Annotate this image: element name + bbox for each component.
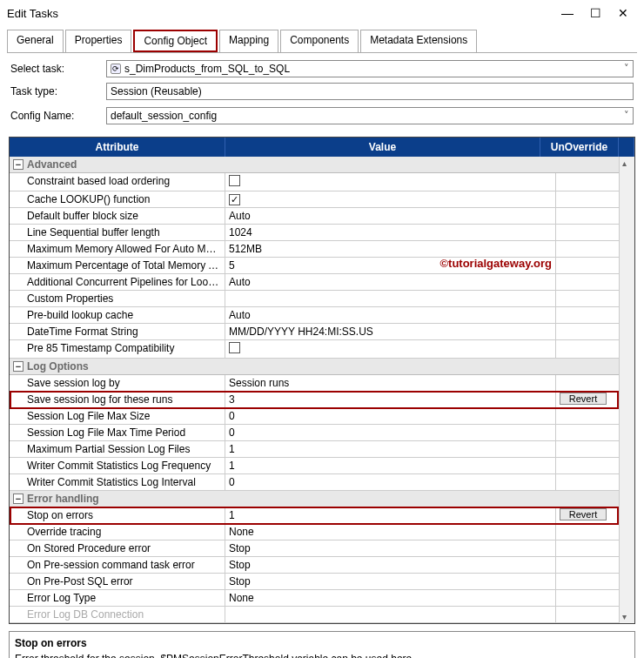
value-cell[interactable]: 5 [225, 258, 556, 273]
table-row[interactable]: Writer Commit Statistics Log Interval0 [10, 474, 634, 491]
title-bar: Edit Tasks — ☐ ✕ [0, 0, 644, 26]
value-cell[interactable]: None [225, 590, 556, 606]
vertical-scrollbar[interactable] [619, 157, 634, 623]
table-row[interactable]: Pre 85 Timestamp Compatibility [10, 340, 634, 359]
value-cell[interactable]: ✓ [225, 191, 556, 207]
value-cell[interactable]: 1 [225, 507, 556, 523]
collapse-icon[interactable]: − [13, 361, 23, 372]
tab-properties[interactable]: Properties [65, 30, 132, 52]
value-cell[interactable]: Auto [225, 208, 556, 224]
table-row[interactable]: Override tracingNone [10, 524, 634, 540]
table-row[interactable]: Maximum Memory Allowed For Auto Memory A… [10, 241, 634, 258]
tab-metadata-extensions[interactable]: Metadata Extensions [360, 30, 477, 52]
attr-cell: On Pre-session command task error [10, 557, 225, 573]
table-row[interactable]: Session Log File Max Size0 [10, 408, 634, 425]
form-area: Select task: ⟳ s_DimProducts_from_SQL_to… [0, 53, 644, 137]
group-header[interactable]: −Advanced [10, 157, 634, 173]
value-cell[interactable]: Auto [225, 274, 556, 290]
attr-cell: Maximum Percentage of Total Memory Allow… [10, 258, 225, 273]
attr-cell: Pre 85 Timestamp Compatibility [10, 340, 225, 358]
checkbox-icon[interactable] [229, 342, 240, 353]
table-row[interactable]: Stop on errors1Revert [10, 507, 634, 524]
value-cell[interactable] [225, 607, 556, 622]
table-header: Attribute Value UnOverride [10, 138, 634, 157]
value-cell[interactable]: 0 [225, 425, 556, 440]
table-row[interactable]: Pre-build lookup cacheAuto [10, 307, 634, 324]
select-task-value: s_DimProducts_from_SQL_to_SQL [124, 63, 290, 75]
value-cell[interactable]: None [225, 524, 556, 540]
close-button[interactable]: ✕ [609, 4, 637, 22]
table-row[interactable]: On Stored Procedure errorStop [10, 540, 634, 557]
revert-button[interactable]: Revert [560, 393, 607, 405]
table-row[interactable]: Error Log DB Connection [10, 607, 634, 623]
description-title: Stop on errors [15, 637, 629, 649]
attr-cell: Save session log for these runs [10, 392, 225, 407]
table-row[interactable]: DateTime Format StringMM/DD/YYYY HH24:MI… [10, 324, 634, 340]
attr-cell: Save session log by [10, 375, 225, 391]
table-row[interactable]: Error Log TypeNone [10, 590, 634, 607]
value-cell[interactable]: Session runs [225, 375, 556, 391]
table-row[interactable]: Writer Commit Statistics Log Frequency1 [10, 458, 634, 474]
attr-cell: Additional Concurrent Pipelines for Look… [10, 274, 225, 290]
select-task-label: Select task: [10, 63, 106, 75]
value-cell[interactable]: 1 [225, 441, 556, 457]
table-row[interactable]: Line Sequential buffer length1024 [10, 225, 634, 241]
config-name-label: Config Name: [10, 110, 106, 122]
attr-cell: Cache LOOKUP() function [10, 191, 225, 207]
table-row[interactable]: Save session log for these runs3Revert [10, 392, 634, 408]
value-cell[interactable]: Stop [225, 574, 556, 589]
attr-cell: Session Log File Max Size [10, 408, 225, 424]
value-cell[interactable]: Stop [225, 540, 556, 556]
attr-cell: Maximum Memory Allowed For Auto Memory A… [10, 241, 225, 257]
config-name-combo[interactable]: default_session_config [106, 107, 634, 124]
value-cell[interactable]: Stop [225, 557, 556, 573]
th-scroll-spacer [619, 138, 634, 157]
description-box: Stop on errors Error threshold for the s… [9, 631, 635, 658]
attr-cell: On Stored Procedure error [10, 540, 225, 556]
value-cell[interactable]: 0 [225, 474, 556, 490]
task-icon: ⟳ [111, 64, 121, 74]
tab-config-object[interactable]: Config Object [133, 30, 218, 52]
value-cell[interactable]: 1024 [225, 225, 556, 240]
value-cell[interactable]: Auto [225, 307, 556, 323]
tab-strip: General Properties Config Object Mapping… [7, 30, 637, 53]
table-row[interactable]: Cache LOOKUP() function✓ [10, 191, 634, 208]
collapse-icon[interactable]: − [13, 159, 23, 170]
table-row[interactable]: Maximum Percentage of Total Memory Allow… [10, 258, 634, 274]
task-type-value: Session (Reusable) [111, 85, 202, 97]
table-row[interactable]: On Pre-Post SQL errorStop [10, 574, 634, 590]
tab-general[interactable]: General [7, 30, 64, 52]
value-cell[interactable]: 512MB [225, 241, 556, 257]
value-cell[interactable] [225, 291, 556, 306]
minimize-button[interactable]: — [553, 4, 581, 22]
attr-cell: Writer Commit Statistics Log Frequency [10, 458, 225, 473]
group-header[interactable]: −Error handling [10, 491, 634, 507]
th-attribute: Attribute [10, 138, 225, 157]
group-header[interactable]: −Log Options [10, 359, 634, 375]
checkbox-icon[interactable] [229, 175, 240, 186]
value-cell[interactable] [225, 340, 556, 358]
collapse-icon[interactable]: − [13, 494, 23, 504]
revert-button[interactable]: Revert [560, 508, 607, 520]
checkbox-icon[interactable]: ✓ [229, 194, 240, 205]
table-row[interactable]: Default buffer block sizeAuto [10, 208, 634, 225]
attr-cell: DateTime Format String [10, 324, 225, 339]
table-row[interactable]: Custom Properties [10, 291, 634, 307]
tab-components[interactable]: Components [280, 30, 359, 52]
table-row[interactable]: Session Log File Max Time Period0 [10, 425, 634, 441]
value-cell[interactable]: 0 [225, 408, 556, 424]
select-task-combo[interactable]: ⟳ s_DimProducts_from_SQL_to_SQL [106, 60, 634, 77]
table-row[interactable]: Save session log bySession runs [10, 375, 634, 392]
tab-mapping[interactable]: Mapping [219, 30, 278, 52]
attr-cell: On Pre-Post SQL error [10, 574, 225, 589]
value-cell[interactable]: 1 [225, 458, 556, 473]
maximize-button[interactable]: ☐ [581, 4, 609, 22]
table-row[interactable]: On Pre-session command task errorStop [10, 557, 634, 574]
value-cell[interactable]: 3 [225, 392, 556, 407]
table-row[interactable]: Additional Concurrent Pipelines for Look… [10, 274, 634, 291]
table-row[interactable]: Maximum Partial Session Log Files1 [10, 441, 634, 458]
table-row[interactable]: Constraint based load ordering [10, 173, 634, 191]
value-cell[interactable] [225, 173, 556, 191]
attr-cell: Session Log File Max Time Period [10, 425, 225, 440]
value-cell[interactable]: MM/DD/YYYY HH24:MI:SS.US [225, 324, 556, 339]
